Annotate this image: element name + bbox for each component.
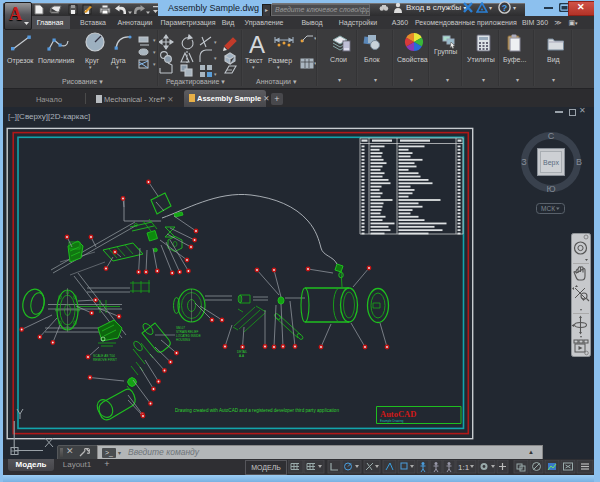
svg-text:REMOVE FIRST: REMOVE FIRST xyxy=(93,358,117,362)
svg-text:▾: ▾ xyxy=(552,77,555,83)
svg-text:▾: ▾ xyxy=(410,77,413,83)
svg-text:▾: ▾ xyxy=(153,49,156,55)
svg-text:▾: ▾ xyxy=(153,37,156,43)
svg-text:AutoCAD: AutoCAD xyxy=(380,409,416,419)
svg-text:▾: ▾ xyxy=(482,77,485,83)
svg-text:?: ? xyxy=(502,3,508,13)
svg-text:З: З xyxy=(521,157,526,167)
svg-text:▾: ▾ xyxy=(214,71,217,77)
svg-text:С: С xyxy=(548,131,555,141)
svg-text:A-A: A-A xyxy=(239,354,244,358)
svg-text:HOUSING: HOUSING xyxy=(176,338,191,342)
svg-text:▾: ▾ xyxy=(446,77,449,83)
svg-text:МСК: МСК xyxy=(541,205,555,212)
svg-text:В: В xyxy=(576,157,582,167)
svg-text:Drawing created with AutoCA: Drawing created with AutoCAD and a regis… xyxy=(175,408,339,413)
svg-text:▾: ▾ xyxy=(338,77,341,83)
svg-text:Верх: Верх xyxy=(543,159,559,167)
svg-text:▾: ▾ xyxy=(374,77,377,83)
svg-text:Ю: Ю xyxy=(546,184,555,194)
svg-text:A: A xyxy=(249,31,265,58)
svg-text:▾: ▾ xyxy=(516,77,519,83)
svg-text:1:1: 1:1 xyxy=(458,463,470,472)
svg-text:▾: ▾ xyxy=(153,61,156,67)
svg-text:▾: ▾ xyxy=(214,55,217,61)
svg-text:Example Drawing: Example Drawing xyxy=(380,419,404,423)
svg-text:▾: ▾ xyxy=(214,39,217,45)
